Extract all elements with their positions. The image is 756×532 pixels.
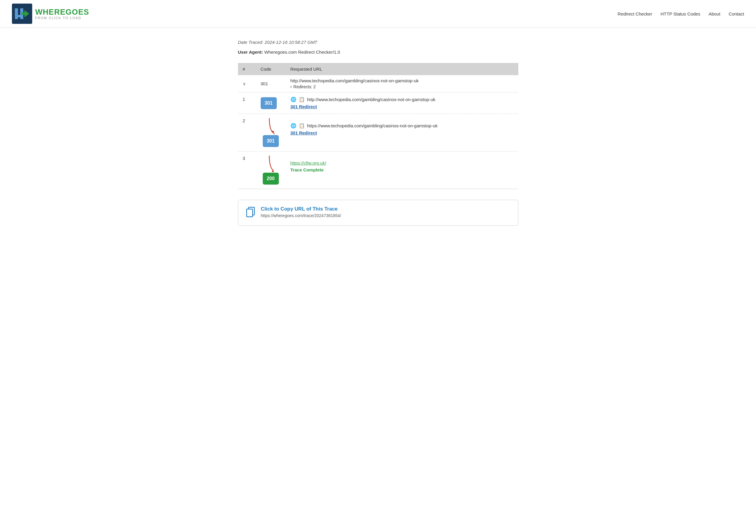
row-2-url-line: 🌐 📋 https://www.techopedia.com/gambling/… [290, 123, 514, 128]
row-2-url-cell: 🌐 📋 https://www.techopedia.com/gambling/… [286, 114, 518, 151]
logo-title-goes: GOES [66, 8, 89, 16]
svg-rect-0 [15, 8, 18, 19]
copy-doc-icon-2: 📋 [299, 123, 305, 128]
row-3-url-cell: https://cfiw.org.uk/ Trace Complete [286, 151, 518, 189]
row-3-url-link[interactable]: https://cfiw.org.uk/ [290, 160, 326, 166]
svg-marker-7 [272, 170, 274, 172]
nav-contact[interactable]: Contact [729, 11, 744, 16]
table-row: 3 200 https://cfiw.org.uk/ Trace Comple [238, 151, 518, 189]
table-row: 2 301 [238, 114, 518, 151]
arrow-curve-1 [266, 118, 275, 135]
globe-icon-2: 🌐 [290, 123, 296, 128]
row-3-code-badge: 200 [263, 173, 279, 185]
copy-icon [245, 207, 256, 220]
row-3-url-line: https://cfiw.org.uk/ [290, 160, 514, 166]
row-2-code-cell: 301 [256, 114, 286, 151]
row-2-num: 2 [238, 114, 256, 151]
summary-row: ∨ 301 http://www.techopedia.com/gambling… [238, 75, 518, 93]
col-header-url: Requested URL [286, 63, 518, 75]
row-1-url-cell: 🌐 📋 http://www.techopedia.com/gambling/c… [286, 93, 518, 114]
nav-redirect-checker[interactable]: Redirect Checker [618, 11, 652, 16]
arrow-curve-2 [266, 156, 275, 172]
copy-title[interactable]: Click to Copy URL of This Trace [261, 206, 341, 212]
main-nav: Redirect Checker HTTP Status Codes About… [618, 11, 744, 16]
date-traced: Date Traced: 2024-12-16 10:58:27 GMT [238, 40, 518, 45]
copy-svg-icon [245, 207, 256, 217]
svg-rect-2 [15, 15, 23, 17]
globe-icon: 🌐 [290, 96, 296, 102]
table-header: # Code Requested URL [238, 63, 518, 75]
row-2-url: https://www.techopedia.com/gambling/casi… [307, 123, 438, 128]
chevron-icon: ∨ [243, 81, 246, 86]
user-agent-value: Wheregoes.com Redirect Checker/1.0 [264, 49, 340, 55]
redirect-table: # Code Requested URL ∨ 301 http://www.te… [238, 63, 518, 189]
summary-code: 301 [256, 75, 286, 93]
col-header-num: # [238, 63, 256, 75]
logo-title-where: WHERE [35, 8, 66, 16]
logo-title: WHEREGOES [35, 8, 89, 16]
main-content: Date Traced: 2024-12-16 10:58:27 GMT Use… [232, 28, 524, 244]
row-3-code-cell: 200 [256, 151, 286, 189]
logo-area: WHEREGOES FROM CLICK TO LOAD [12, 4, 89, 24]
user-agent-line: User Agent: Wheregoes.com Redirect Check… [238, 49, 518, 55]
copy-box[interactable]: Click to Copy URL of This Trace https://… [238, 200, 518, 226]
copy-doc-icon: 📋 [299, 96, 305, 102]
row-2-code-badge: 301 [263, 135, 279, 147]
copy-url: https://wheregoes.com/trace/20247361854/ [261, 213, 341, 218]
row-3-num: 3 [238, 151, 256, 189]
row-1-url-line: 🌐 📋 http://www.techopedia.com/gambling/c… [290, 96, 514, 102]
user-agent-label: User Agent: [238, 49, 263, 55]
logo-text-area: WHEREGOES FROM CLICK TO LOAD [35, 8, 89, 20]
summary-chevron[interactable]: ∨ [238, 75, 256, 93]
row-2-redirect-link[interactable]: 301 Redirect [290, 130, 317, 135]
logo-box [12, 4, 32, 24]
summary-url: http://www.techopedia.com/gambling/casin… [290, 78, 514, 83]
summary-url-cell: http://www.techopedia.com/gambling/casin… [286, 75, 518, 93]
row-1-code-badge: 301 [261, 97, 277, 109]
copy-content: Click to Copy URL of This Trace https://… [261, 206, 341, 218]
row-1-code-cell: 301 [256, 93, 286, 114]
table-row: 1 301 🌐 📋 http://www.techopedia.com/gamb… [238, 93, 518, 114]
logo-subtitle: FROM CLICK TO LOAD [35, 16, 89, 20]
trace-complete: Trace Complete [290, 167, 514, 173]
logo-icon [14, 6, 30, 21]
col-header-code: Code [256, 63, 286, 75]
row-1-redirect-link[interactable]: 301 Redirect [290, 104, 317, 109]
site-header: WHEREGOES FROM CLICK TO LOAD Redirect Ch… [0, 0, 756, 28]
svg-rect-9 [247, 209, 253, 217]
nav-about[interactable]: About [709, 11, 720, 16]
row-1-url: http://www.techopedia.com/gambling/casin… [307, 97, 435, 102]
nav-http-status-codes[interactable]: HTTP Status Codes [661, 11, 700, 16]
summary-redirects: Redirects: 2 [290, 84, 514, 89]
row-1-num: 1 [238, 93, 256, 114]
